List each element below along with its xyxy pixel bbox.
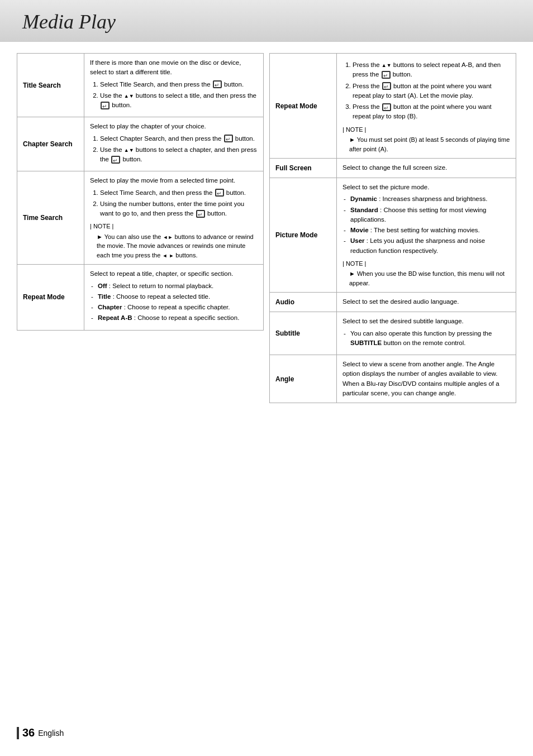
page: Media Play Title Search If there is more… [0, 0, 533, 756]
angle-content: Select to view a scene from another angl… [337, 355, 516, 403]
title-search-label: Title Search [17, 54, 84, 117]
option-label: Off [98, 283, 107, 289]
repeat-mode-intro: Select to repeat a title, chapter, or sp… [90, 269, 258, 279]
main-content: Title Search If there is more than one m… [0, 42, 533, 437]
updown-arrow-icon [124, 92, 134, 99]
enter-icon [196, 210, 205, 218]
option-label: Movie [350, 227, 369, 233]
time-search-content: Select to play the movie from a selected… [84, 171, 264, 265]
list-item: Using the number buttons, enter the time… [100, 199, 258, 219]
left-section: Title Search If there is more than one m… [17, 53, 264, 403]
table-row: Picture Mode Select to set the picture m… [270, 178, 516, 293]
note-item: ► You must set point (B) at least 5 seco… [342, 135, 510, 154]
note-header: | NOTE | [342, 259, 510, 269]
right-table: Repeat Mode Press the buttons to select … [269, 53, 516, 403]
repeat-mode-content-left: Select to repeat a title, chapter, or sp… [84, 265, 264, 330]
note-item: ► When you use the BD wise function, thi… [342, 269, 510, 288]
updown-arrow-icon [124, 146, 134, 153]
list-item: Select Chapter Search, and then press th… [100, 134, 258, 143]
enter-icon [213, 80, 222, 88]
chapter-search-label: Chapter Search [17, 117, 84, 171]
time-search-note: | NOTE | ► You can also use the buttons … [90, 222, 258, 260]
chapter-search-steps: Select Chapter Search, and then press th… [90, 134, 258, 165]
table-row: Title Search If there is more than one m… [17, 54, 264, 117]
subtitle-content: Select to set the desired subtitle langu… [337, 312, 516, 355]
table-row: Subtitle Select to set the desired subti… [270, 312, 516, 355]
option-label: User [350, 237, 365, 244]
table-row: Full Screen Select to change the full sc… [270, 159, 516, 178]
leftright-arrow-icon [163, 233, 173, 240]
option-label: Dynamic [350, 195, 377, 202]
chapter-search-content: Select to play the chapter of your choic… [84, 117, 264, 171]
repeat-mode-steps: Press the buttons to select repeat A-B, … [342, 60, 510, 122]
enter-icon [101, 102, 110, 109]
list-item: Use the buttons to select a chapter, and… [100, 145, 258, 165]
page-title: Media Play [22, 10, 511, 34]
time-search-intro: Select to play the movie from a selected… [90, 176, 258, 185]
footer-bar [17, 727, 19, 739]
full-screen-content: Select to change the full screen size. [337, 159, 516, 178]
table-row: Chapter Search Select to play the chapte… [17, 117, 264, 171]
note-header: | NOTE | [90, 222, 258, 231]
list-item: Press the buttons to select repeat A-B, … [353, 60, 510, 80]
table-row: Repeat Mode Press the buttons to select … [270, 54, 516, 159]
option-label: Title [98, 293, 111, 300]
enter-icon [224, 135, 233, 142]
title-search-content: If there is more than one movie on the d… [84, 54, 264, 117]
chapter-search-intro: Select to play the chapter of your choic… [90, 122, 258, 131]
picture-mode-note: | NOTE | ► When you use the BD wise func… [342, 259, 510, 288]
repeat-mode-label-right: Repeat Mode [270, 54, 337, 159]
angle-intro: Select to view a scene from another angl… [342, 360, 510, 398]
audio-content: Select to set the desired audio language… [337, 293, 516, 312]
option-label: Standard [350, 207, 378, 213]
subtitle-button-label: SUBTITLE [350, 339, 382, 346]
table-row: Angle Select to view a scene from anothe… [270, 355, 516, 403]
list-item: Select Title Search, and then press the … [100, 80, 258, 89]
list-item: Standard : Choose this setting for most … [342, 205, 510, 225]
updown-arrow-icon [382, 61, 392, 68]
enter-icon [111, 156, 120, 164]
note-header: | NOTE | [342, 125, 510, 135]
table-row: Repeat Mode Select to repeat a title, ch… [17, 265, 264, 330]
title-search-steps: Select Title Search, and then press the … [90, 80, 258, 111]
repeat-mode-options: Off : Select to return to normal playbac… [90, 281, 258, 323]
page-footer: 36 English [17, 726, 64, 739]
option-label: Chapter [98, 304, 122, 310]
enter-icon [382, 103, 391, 111]
list-item: Repeat A-B : Choose to repeat a specific… [90, 313, 258, 323]
right-section: Repeat Mode Press the buttons to select … [269, 53, 516, 403]
subtitle-label: Subtitle [270, 312, 337, 355]
list-item: User : Lets you adjust the sharpness and… [342, 236, 510, 256]
list-item: Chapter : Choose to repeat a specific ch… [90, 303, 258, 312]
angle-label: Angle [270, 355, 337, 403]
option-label: Repeat A-B [98, 314, 132, 321]
list-item: Movie : The best setting for watching mo… [342, 226, 510, 235]
enter-icon [382, 82, 391, 90]
audio-intro: Select to set the desired audio language… [342, 297, 510, 307]
table-row: Time Search Select to play the movie fro… [17, 171, 264, 265]
list-item: Use the buttons to select a title, and t… [100, 91, 258, 111]
list-item: Press the button at the point where you … [353, 82, 510, 101]
repeat-mode-label-left: Repeat Mode [17, 265, 84, 330]
left-table: Title Search If there is more than one m… [17, 53, 264, 331]
list-item: You can also operate this function by pr… [342, 329, 510, 348]
subtitle-intro: Select to set the desired subtitle langu… [342, 317, 510, 326]
full-screen-intro: Select to change the full screen size. [342, 163, 510, 173]
page-header: Media Play [0, 0, 533, 42]
list-item: Off : Select to return to normal playbac… [90, 281, 258, 291]
picture-mode-label: Picture Mode [270, 178, 337, 293]
list-item: Dynamic : Increases sharpness and bright… [342, 194, 510, 204]
time-search-steps: Select Time Search, and then press the b… [90, 188, 258, 219]
enter-icon [215, 189, 224, 197]
subtitle-options: You can also operate this function by pr… [342, 329, 510, 348]
list-item: Press the button at the point where you … [353, 102, 510, 122]
enter-icon [382, 71, 391, 79]
picture-mode-options: Dynamic : Increases sharpness and bright… [342, 194, 510, 256]
right-arrow-icon [169, 252, 174, 259]
repeat-mode-content-right: Press the buttons to select repeat A-B, … [337, 54, 516, 159]
table-row: Audio Select to set the desired audio la… [270, 293, 516, 312]
repeat-mode-note: | NOTE | ► You must set point (B) at lea… [342, 125, 510, 154]
title-search-intro: If there is more than one movie on the d… [90, 58, 258, 78]
full-screen-label: Full Screen [270, 159, 337, 178]
list-item: Title : Choose to repeat a selected titl… [90, 292, 258, 302]
